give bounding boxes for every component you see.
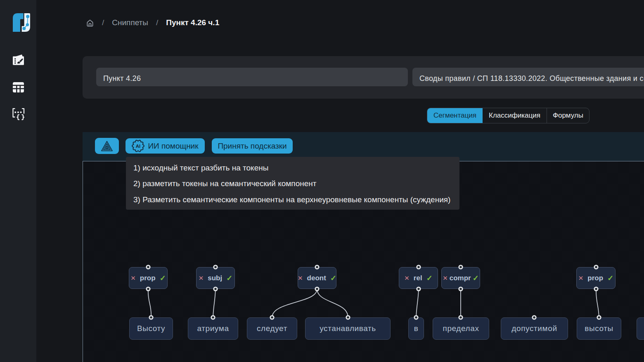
svg-text:AI: AI <box>136 143 141 149</box>
